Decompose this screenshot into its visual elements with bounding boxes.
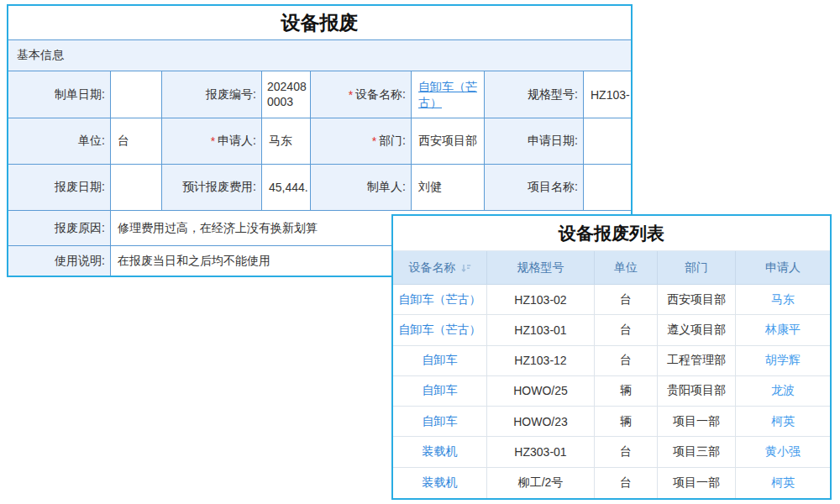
applicant-label: *申请人:	[162, 118, 262, 165]
est-cost-label: 预计报废费用:	[162, 165, 262, 211]
est-cost-field[interactable]: 45,444.	[262, 165, 311, 211]
spec-model-cell: HZ303-01	[487, 437, 595, 467]
applicant-cell[interactable]: 马东	[736, 285, 830, 315]
device-name-cell[interactable]: 自卸车	[393, 407, 487, 437]
table-row: 装载机 HZ303-01 台 项目三部 黄小强	[393, 437, 830, 467]
make-date-label: 制单日期:	[8, 71, 111, 118]
scrap-no-label: 报废编号:	[162, 71, 262, 118]
unit-label: 单位:	[8, 118, 111, 165]
spec-model-cell: 柳工/2号	[487, 468, 595, 498]
device-name-cell[interactable]: 自卸车	[393, 376, 487, 407]
unit-cell: 台	[595, 437, 658, 467]
usage-note-label: 使用说明:	[8, 246, 111, 276]
department-cell: 项目一部	[658, 407, 736, 437]
spec-model-cell: HOWO/23	[487, 407, 595, 437]
col-header-department[interactable]: 部门	[658, 251, 736, 285]
scrap-date-label: 报废日期:	[8, 165, 111, 211]
unit-field[interactable]: 台	[111, 118, 162, 165]
form-row-3: 报废日期: 预计报废费用: 45,444. 制单人: 刘健 项目名称:	[8, 165, 631, 211]
spec-model-cell: HZ103-02	[487, 285, 595, 315]
maker-label: 制单人:	[311, 165, 412, 211]
device-name-label: *设备名称:	[311, 71, 412, 118]
required-mark: *	[211, 134, 215, 148]
applicant-field[interactable]: 马东	[262, 118, 311, 165]
department-label: *部门:	[311, 118, 412, 165]
table-row: 自卸车（芒古） HZ103-01 台 遵义项目部 林康平	[393, 315, 830, 345]
table-row: 自卸车 HZ103-12 台 工程管理部 胡学辉	[393, 346, 830, 376]
list-title: 设备报废列表	[393, 216, 830, 251]
list-header-row: 设备名称 规格型号 单位 部门 申请人	[393, 251, 830, 285]
table-row: 自卸车 HOWO/25 辆 贵阳项目部 龙波	[393, 376, 830, 407]
device-name-field[interactable]: 自卸车（芒古）	[412, 71, 485, 118]
unit-cell: 台	[595, 315, 658, 345]
spec-model-cell: HOWO/25	[487, 376, 595, 407]
table-row: 自卸车（芒古） HZ103-02 台 西安项目部 马东	[393, 285, 830, 315]
department-cell: 遵义项目部	[658, 315, 736, 345]
applicant-cell[interactable]: 柯英	[736, 407, 830, 437]
unit-cell: 辆	[595, 376, 658, 407]
table-row: 自卸车 HOWO/23 辆 项目一部 柯英	[393, 407, 830, 437]
form-title: 设备报废	[8, 6, 631, 40]
scrap-list-panel: 设备报废列表 设备名称 规格型号 单位 部门	[391, 214, 832, 500]
unit-cell: 台	[595, 285, 658, 315]
col-header-spec-model[interactable]: 规格型号	[487, 251, 595, 285]
applicant-cell[interactable]: 胡学辉	[736, 346, 830, 376]
device-name-cell[interactable]: 自卸车（芒古）	[393, 285, 487, 315]
applicant-cell[interactable]: 柯英	[736, 468, 830, 498]
applicant-cell[interactable]: 龙波	[736, 376, 830, 407]
scrap-date-field[interactable]	[111, 165, 162, 211]
apply-date-field[interactable]	[584, 118, 631, 165]
unit-cell: 台	[595, 346, 658, 376]
required-mark: *	[349, 88, 353, 102]
sort-icon[interactable]	[461, 263, 471, 273]
project-name-label: 项目名称:	[485, 165, 584, 211]
section-basic-info: 基本信息	[8, 40, 631, 71]
col-header-unit[interactable]: 单位	[595, 251, 658, 285]
project-name-field[interactable]	[584, 165, 631, 211]
form-row-1: 制单日期: 报废编号: 2024080003 *设备名称: 自卸车（芒古） 规格…	[8, 71, 631, 118]
required-mark: *	[372, 134, 376, 148]
department-cell: 贵阳项目部	[658, 376, 736, 407]
applicant-cell[interactable]: 林康平	[736, 315, 830, 345]
spec-model-cell: HZ103-01	[487, 315, 595, 345]
device-name-link[interactable]: 自卸车（芒古）	[418, 79, 480, 109]
spec-model-cell: HZ103-12	[487, 346, 595, 376]
department-field[interactable]: 西安项目部	[412, 118, 485, 165]
device-name-cell[interactable]: 装载机	[393, 437, 487, 467]
applicant-cell[interactable]: 黄小强	[736, 437, 830, 467]
col-header-device-name[interactable]: 设备名称	[393, 251, 487, 285]
form-row-2: 单位: 台 *申请人: 马东 *部门: 西安项目部 申请日期:	[8, 118, 631, 165]
device-name-cell[interactable]: 装载机	[393, 468, 487, 498]
table-row: 装载机 柳工/2号 台 项目一部 柯英	[393, 468, 830, 498]
department-cell: 西安项目部	[658, 285, 736, 315]
device-name-cell[interactable]: 自卸车（芒古）	[393, 315, 487, 345]
scrap-no-field[interactable]: 2024080003	[262, 71, 311, 118]
scrap-reason-label: 报废原因:	[8, 211, 111, 246]
spec-model-label: 规格型号:	[485, 71, 584, 118]
col-header-applicant[interactable]: 申请人	[736, 251, 830, 285]
apply-date-label: 申请日期:	[485, 118, 584, 165]
list-body: 自卸车（芒古） HZ103-02 台 西安项目部 马东 自卸车（芒古） HZ10…	[393, 285, 830, 498]
make-date-field[interactable]	[111, 71, 162, 118]
department-cell: 项目三部	[658, 437, 736, 467]
device-name-cell[interactable]: 自卸车	[393, 346, 487, 376]
department-cell: 项目一部	[658, 468, 736, 498]
unit-cell: 辆	[595, 407, 658, 437]
department-cell: 工程管理部	[658, 346, 736, 376]
maker-field[interactable]: 刘健	[412, 165, 485, 211]
spec-model-field[interactable]: HZ103-	[584, 71, 631, 118]
page: 设备报废 基本信息 制单日期: 报废编号: 2024080003 *设备名称: …	[0, 0, 840, 504]
unit-cell: 台	[595, 468, 658, 498]
